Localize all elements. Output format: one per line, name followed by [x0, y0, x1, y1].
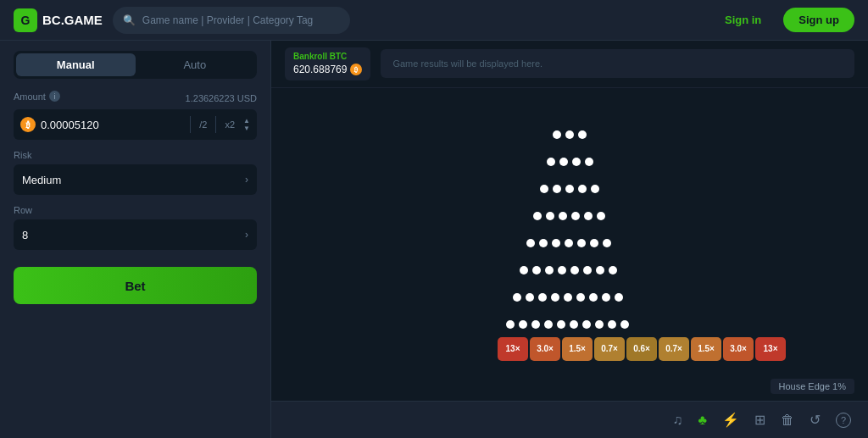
- topnav: G BC.GAME 🔍 Game name | Provider | Categ…: [0, 0, 868, 41]
- peg: [544, 320, 553, 329]
- logo-text: BC.GAME: [42, 13, 103, 27]
- lightning-icon[interactable]: ⚡: [722, 412, 739, 428]
- half-button[interactable]: /2: [196, 118, 210, 131]
- peg: [576, 293, 585, 302]
- peg: [564, 293, 572, 302]
- grid-icon[interactable]: ⊞: [754, 412, 765, 428]
- logo: G BC.GAME: [14, 8, 103, 32]
- divider2: [215, 116, 216, 133]
- peg: [595, 320, 604, 329]
- bottom-toolbar: ♫ ♣ ⚡ ⊞ 🗑 ↺ ?: [271, 401, 868, 438]
- amount-label: Amount i: [14, 91, 60, 102]
- results-bar: Game results will be displayed here.: [381, 49, 854, 78]
- peg: [602, 293, 610, 302]
- bucket-3[interactable]: 0.7×: [594, 337, 625, 361]
- refresh-icon[interactable]: ↺: [810, 412, 821, 428]
- buckets-row: 13× 3.0× 1.5× 0.7× 0.6× 0.7× 1.5× 3.0× 1…: [498, 337, 786, 361]
- peg: [596, 266, 604, 274]
- help-icon[interactable]: ?: [836, 413, 851, 428]
- house-edge-label: House Edge 1%: [771, 379, 855, 394]
- peg: [597, 212, 605, 220]
- row-select[interactable]: 8 ›: [14, 219, 257, 250]
- bucket-6[interactable]: 1.5×: [691, 337, 721, 361]
- row-chevron-icon: ›: [245, 229, 248, 241]
- peg: [551, 293, 559, 302]
- peg: [547, 158, 555, 166]
- peg: [570, 320, 578, 329]
- peg: [557, 320, 565, 329]
- main-layout: Manual Auto Amount i 1.23626223 USD ₿ 0.…: [0, 41, 868, 438]
- tab-manual[interactable]: Manual: [16, 53, 136, 76]
- peg: [584, 212, 593, 220]
- peg: [589, 293, 598, 302]
- peg: [533, 212, 542, 220]
- bucket-1[interactable]: 3.0×: [530, 337, 560, 361]
- tab-group: Manual Auto: [14, 51, 257, 79]
- risk-label: Risk: [14, 150, 257, 160]
- btc-amount-value[interactable]: 0.00005120: [41, 119, 185, 131]
- bucket-8[interactable]: 13×: [755, 337, 786, 361]
- peg: [620, 320, 629, 329]
- bet-button[interactable]: Bet: [14, 267, 257, 304]
- peg: [565, 130, 574, 139]
- peg: [552, 239, 560, 247]
- peg: [615, 293, 623, 302]
- game-header: Bankroll BTC 620.688769 ₿ Game results w…: [271, 41, 868, 88]
- peg: [526, 293, 534, 302]
- sound-icon[interactable]: ♣: [698, 413, 708, 428]
- music-icon[interactable]: ♫: [673, 413, 683, 428]
- search-icon: 🔍: [123, 14, 136, 26]
- bucket-0[interactable]: 13×: [498, 337, 528, 361]
- double-button[interactable]: x2: [221, 118, 238, 131]
- bucket-7[interactable]: 3.0×: [723, 337, 754, 361]
- risk-select[interactable]: Medium ›: [14, 164, 257, 195]
- trash-icon[interactable]: 🗑: [781, 413, 794, 428]
- peg: [565, 239, 573, 247]
- logo-icon: G: [14, 8, 37, 32]
- signin-button[interactable]: Sign in: [713, 8, 773, 31]
- peg: [578, 185, 587, 193]
- amount-info-icon[interactable]: i: [49, 91, 60, 102]
- bankroll-label: Bankroll BTC: [293, 51, 362, 63]
- peg: [553, 130, 561, 139]
- peg: [526, 239, 535, 247]
- stepper-up[interactable]: ▲: [243, 118, 250, 125]
- peg: [572, 158, 581, 166]
- peg: [539, 239, 548, 247]
- peg: [519, 320, 527, 329]
- peg: [603, 239, 611, 247]
- bankroll-box: Bankroll BTC 620.688769 ₿: [285, 47, 370, 80]
- peg: [565, 185, 574, 193]
- left-panel: Manual Auto Amount i 1.23626223 USD ₿ 0.…: [0, 41, 271, 438]
- bucket-2[interactable]: 1.5×: [562, 337, 593, 361]
- search-placeholder: Game name | Provider | Category Tag: [142, 14, 313, 26]
- btc-icon: ₿: [20, 117, 36, 132]
- signup-button[interactable]: Sign up: [783, 8, 854, 32]
- amount-input-group: ₿ 0.00005120 /2 x2 ▲ ▼: [14, 109, 257, 140]
- peg: [559, 158, 568, 166]
- bucket-4[interactable]: 0.6×: [626, 337, 657, 361]
- peg: [506, 320, 515, 329]
- tab-auto[interactable]: Auto: [136, 53, 255, 76]
- peg: [546, 212, 554, 220]
- peg: [582, 320, 591, 329]
- btc-small-icon: ₿: [350, 64, 362, 75]
- amount-header: Amount i 1.23626223 USD: [14, 91, 257, 106]
- results-text: Game results will be displayed here.: [392, 58, 542, 69]
- stepper-down[interactable]: ▼: [243, 125, 250, 132]
- row-label: Row: [14, 205, 257, 215]
- risk-chevron-icon: ›: [245, 174, 248, 186]
- divider: [190, 116, 191, 133]
- peg: [590, 239, 598, 247]
- plinko-board: 13× 3.0× 1.5× 0.7× 0.6× 0.7× 1.5× 3.0× 1…: [271, 88, 868, 401]
- peg: [553, 185, 561, 193]
- search-bar[interactable]: 🔍 Game name | Provider | Category Tag: [113, 7, 350, 34]
- bucket-5[interactable]: 0.7×: [659, 337, 689, 361]
- peg: [570, 266, 579, 274]
- peg: [513, 293, 521, 302]
- peg: [585, 158, 593, 166]
- peg: [558, 266, 566, 274]
- peg: [578, 130, 587, 139]
- amount-stepper[interactable]: ▲ ▼: [243, 118, 250, 132]
- peg: [520, 266, 528, 274]
